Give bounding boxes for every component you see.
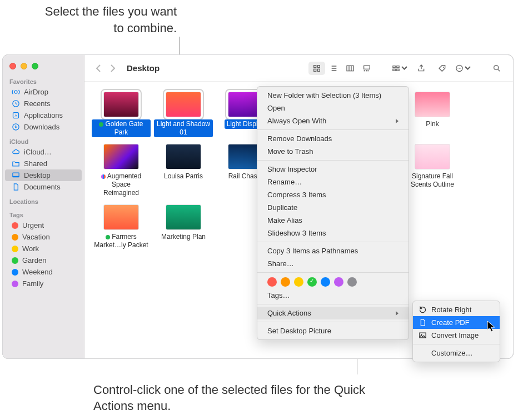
sidebar-item-label: Urgent [22, 221, 44, 229]
tag-dot-icon [12, 281, 18, 287]
icon-view-button[interactable] [308, 62, 325, 75]
menu-item-rename[interactable]: Rename… [257, 176, 409, 188]
menu-item-move-to-trash[interactable]: Move to Trash [257, 145, 409, 158]
file-label: Louisa Parris [162, 172, 205, 181]
file-item[interactable]: Louisa Parris [152, 144, 215, 181]
document-icon [12, 183, 20, 191]
sidebar-item-documents[interactable]: Documents [5, 181, 82, 193]
file-item[interactable]: Augmented Space Reimagined [90, 144, 152, 198]
sidebar-item-label: Documents [24, 183, 61, 191]
svg-point-24 [460, 68, 461, 68]
minimize-window-button[interactable] [21, 63, 27, 69]
file-item[interactable]: Golden Gate Park [90, 92, 152, 137]
more-button[interactable] [455, 62, 472, 75]
column-view-button[interactable] [342, 62, 358, 75]
file-item[interactable]: Signature Fall Scents Outline [401, 144, 464, 189]
tag-color-gray[interactable] [347, 277, 357, 287]
menu-item-open[interactable]: Open [257, 102, 409, 114]
file-label: Farmers Market…ly Packet [92, 232, 151, 250]
search-button[interactable] [489, 62, 505, 75]
menu-item-share[interactable]: Share… [257, 257, 409, 270]
file-label: Golden Gate Park [92, 119, 151, 137]
finder-window: Favorites AirDrop Recents A Applications… [2, 54, 514, 359]
sidebar-tag-garden[interactable]: Garden [5, 254, 82, 266]
menu-item-always-open-with[interactable]: Always Open With [257, 114, 409, 127]
sidebar-tag-vacation[interactable]: Vacation [5, 231, 82, 243]
tag-dot-icon [12, 269, 18, 276]
tag-color-purple[interactable] [334, 277, 343, 287]
tag-dot-icon [12, 222, 18, 229]
forward-button[interactable] [108, 63, 118, 73]
submenu-item-customize[interactable]: Customize… [413, 347, 500, 359]
svg-rect-15 [367, 70, 368, 71]
sidebar-item-label: Shared [24, 159, 47, 168]
menu-separator [257, 322, 409, 322]
sidebar-item-shared[interactable]: Shared [5, 158, 82, 169]
menu-item-slideshow[interactable]: Slideshow 3 Items [257, 227, 409, 239]
applications-icon: A [12, 111, 20, 119]
tag-color-red[interactable] [267, 277, 277, 287]
menu-item-show-inspector[interactable]: Show Inspector [257, 163, 409, 176]
file-item[interactable]: Pink [401, 92, 464, 129]
file-thumbnail [415, 144, 450, 169]
menu-separator [257, 272, 409, 273]
svg-rect-13 [364, 70, 365, 71]
tag-color-blue[interactable] [321, 277, 330, 287]
sidebar-tag-family[interactable]: Family [5, 278, 82, 289]
sidebar-item-label: Recents [24, 99, 51, 108]
file-item[interactable]: Farmers Market…ly Packet [90, 204, 152, 250]
menu-item-quick-actions[interactable]: Quick Actions [257, 307, 409, 319]
sidebar-item-airdrop[interactable]: AirDrop [5, 86, 82, 98]
window-controls [3, 58, 84, 76]
sidebar-header-locations: Locations [3, 196, 84, 206]
sidebar-item-desktop[interactable]: Desktop [5, 169, 82, 181]
svg-rect-8 [317, 65, 320, 67]
sidebar: Favorites AirDrop Recents A Applications… [3, 55, 84, 358]
list-view-button[interactable] [325, 62, 342, 75]
group-button[interactable] [392, 62, 409, 75]
sidebar-item-downloads[interactable]: Downloads [5, 121, 82, 133]
file-thumbnail [166, 92, 201, 117]
sidebar-tag-work[interactable]: Work [5, 243, 82, 254]
sidebar-item-label: Vacation [22, 233, 50, 241]
menu-item-compress[interactable]: Compress 3 Items [257, 188, 409, 201]
file-item[interactable]: Light and Shadow 01 [152, 92, 215, 137]
menu-item-set-desktop-picture[interactable]: Set Desktop Picture [257, 324, 409, 337]
file-label: Signature Fall Scents Outline [403, 172, 462, 189]
chevron-down-icon [400, 64, 409, 73]
sidebar-item-icloud-drive[interactable]: iCloud… [5, 146, 82, 158]
menu-item-new-folder[interactable]: New Folder with Selection (3 Items) [257, 89, 409, 102]
menu-item-remove-downloads[interactable]: Remove Downloads [257, 132, 409, 145]
sidebar-item-label: Applications [24, 111, 63, 119]
tags-button[interactable] [434, 62, 451, 75]
svg-rect-10 [317, 69, 320, 71]
svg-point-23 [459, 68, 460, 68]
menu-item-make-alias[interactable]: Make Alias [257, 214, 409, 227]
toolbar: Desktop [84, 55, 513, 82]
menu-item-copy-pathnames[interactable]: Copy 3 Items as Pathnames [257, 244, 409, 257]
sidebar-item-label: Garden [22, 256, 46, 264]
menu-item-tags[interactable]: Tags… [257, 289, 409, 302]
sidebar-item-applications[interactable]: A Applications [5, 109, 82, 121]
file-item[interactable]: Marketing Plan [152, 204, 215, 242]
sidebar-tag-weekend[interactable]: Weekend [5, 266, 82, 278]
sidebar-item-recents[interactable]: Recents [5, 98, 82, 109]
tag-color-orange[interactable] [281, 277, 290, 287]
gallery-view-button[interactable] [358, 62, 375, 75]
menu-item-duplicate[interactable]: Duplicate [257, 201, 409, 214]
share-button[interactable] [413, 62, 430, 75]
view-mode-segment [308, 62, 375, 75]
menu-separator [257, 160, 409, 161]
close-window-button[interactable] [9, 63, 16, 69]
tag-color-green[interactable] [307, 277, 317, 287]
back-button[interactable] [93, 63, 103, 73]
tag-color-yellow[interactable] [294, 277, 303, 287]
file-label: Pink [424, 119, 441, 129]
menu-separator [257, 242, 409, 242]
submenu-item-rotate-right[interactable]: Rotate Right [413, 303, 500, 316]
sidebar-item-label: Family [22, 279, 43, 288]
sidebar-tag-urgent[interactable]: Urgent [5, 219, 82, 231]
zoom-window-button[interactable] [32, 63, 38, 69]
file-label: Marketing Plan [159, 232, 208, 242]
svg-point-25 [494, 65, 499, 69]
